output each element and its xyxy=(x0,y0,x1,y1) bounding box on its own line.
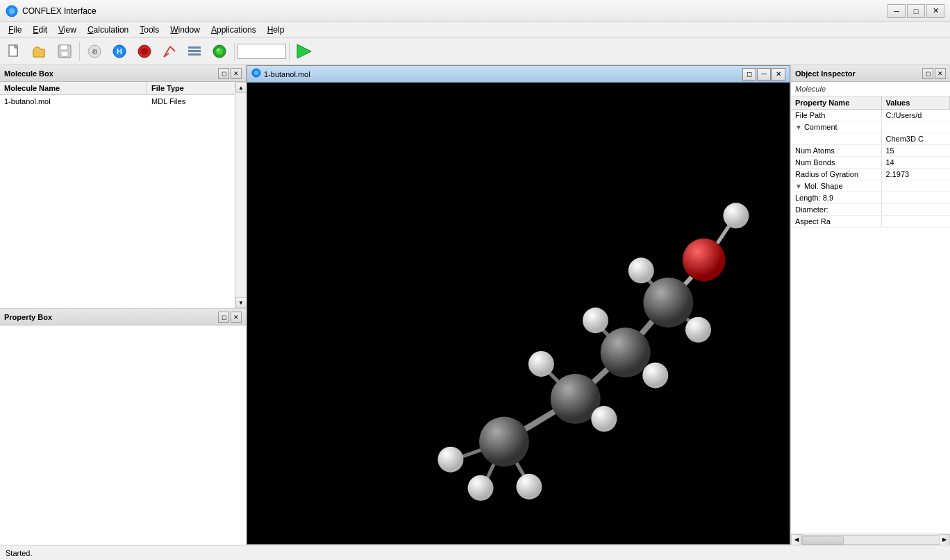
table-row[interactable]: Chem3D C xyxy=(791,133,950,145)
property-box-header: Property Box ◻ ✕ xyxy=(0,309,246,325)
table-row[interactable]: Aspect Ra xyxy=(791,216,950,228)
maximize-button[interactable]: □ xyxy=(907,4,925,18)
menu-help[interactable]: Help xyxy=(262,24,290,36)
svg-rect-20 xyxy=(188,53,201,56)
svg-point-22 xyxy=(216,48,223,55)
scroll-down-arrow[interactable]: ▼ xyxy=(235,297,246,308)
value-num-bonds: 14 xyxy=(881,157,950,169)
property-num-atoms: Num Atoms xyxy=(791,145,881,157)
expand-comment-icon[interactable]: ▼ xyxy=(795,124,802,131)
carbon-2 xyxy=(601,328,651,377)
build-button[interactable]: ⚙ xyxy=(83,40,106,62)
scroll-track[interactable] xyxy=(235,93,246,297)
menu-window[interactable]: Window xyxy=(165,24,206,36)
molecule-box-controls: ◻ ✕ xyxy=(218,68,242,79)
molecule-box-close[interactable]: ✕ xyxy=(231,68,242,79)
menu-calculation[interactable]: Calculation xyxy=(82,24,134,36)
col-file-type: File Type xyxy=(147,82,246,95)
atom-button[interactable] xyxy=(208,40,231,62)
save-button[interactable] xyxy=(53,40,76,62)
molecule-3d-view[interactable] xyxy=(247,83,790,544)
hydrogen-button[interactable]: H xyxy=(108,40,131,62)
property-radius-gyration: Radius of Gyration xyxy=(791,169,881,180)
table-row[interactable]: Num Bonds 14 xyxy=(791,157,950,169)
lines-button[interactable] xyxy=(183,40,206,62)
table-row[interactable]: Radius of Gyration 2.1973 xyxy=(791,169,950,180)
title-bar-title: CONFLEX Interface xyxy=(22,6,888,16)
table-row[interactable]: File Path C:/Users/d xyxy=(791,110,950,121)
value-num-atoms: 15 xyxy=(881,145,950,157)
hydrogen-c3b xyxy=(591,406,617,432)
property-box-close[interactable]: ✕ xyxy=(231,312,242,323)
obj-inspector-restore[interactable]: ◻ xyxy=(922,68,933,79)
molecule-box-content: Molecule Name File Type 1-butanol.mol MD… xyxy=(0,82,246,309)
object-inspector-header: Object Inspector ◻ ✕ xyxy=(791,65,950,82)
property-box-restore[interactable]: ◻ xyxy=(218,312,229,323)
molecule-name-cell: 1-butanol.mol xyxy=(0,95,147,108)
svg-text:H: H xyxy=(117,47,122,56)
hydrogen-c1b xyxy=(685,317,711,343)
svg-rect-19 xyxy=(188,50,201,52)
minimize-button[interactable]: ─ xyxy=(888,4,906,18)
run-button[interactable] xyxy=(292,40,316,62)
mdi-icon xyxy=(251,68,261,80)
pointer-button[interactable] xyxy=(158,40,181,62)
expand-mol-shape-icon[interactable]: ▼ xyxy=(795,183,802,190)
scroll-left-arrow[interactable]: ◀ xyxy=(791,534,802,545)
search-input[interactable] xyxy=(238,44,286,59)
table-row[interactable]: Num Atoms 15 xyxy=(791,145,950,157)
property-comment-value xyxy=(791,133,881,145)
obj-inspector-close[interactable]: ✕ xyxy=(935,68,946,79)
close-button[interactable]: ✕ xyxy=(926,4,944,18)
status-text: Started. xyxy=(6,549,33,557)
table-row[interactable]: Length: 8.9 xyxy=(791,192,950,204)
toolbar: ⚙ H xyxy=(0,37,950,65)
hydrogen-c2a xyxy=(583,307,608,333)
svg-line-16 xyxy=(170,46,175,51)
table-row[interactable]: Diameter: xyxy=(791,204,950,216)
mdi-minimize-btn[interactable]: ─ xyxy=(757,68,771,80)
value-length xyxy=(881,192,950,204)
title-bar: CONFLEX Interface ─ □ ✕ xyxy=(0,0,950,22)
scroll-right-arrow[interactable]: ▶ xyxy=(939,534,950,545)
menu-edit[interactable]: Edit xyxy=(27,24,53,36)
scroll-thumb-h[interactable] xyxy=(802,536,844,545)
table-row[interactable]: 1-butanol.mol MDL Files xyxy=(0,95,246,108)
separator-1 xyxy=(79,42,80,61)
table-row[interactable]: ▼Mol. Shape xyxy=(791,180,950,192)
mdi-restore-btn[interactable]: ◻ xyxy=(742,68,756,80)
table-row[interactable]: ▼Comment xyxy=(791,121,950,133)
separator-2 xyxy=(234,42,235,61)
carbon-4 xyxy=(479,417,529,467)
menu-view[interactable]: View xyxy=(53,24,82,36)
menu-bar: File Edit View Calculation Tools Window … xyxy=(0,22,950,37)
value-mol-shape xyxy=(881,180,950,192)
molecule-box-scrollbar[interactable]: ▲ ▼ xyxy=(235,82,246,308)
open-button[interactable] xyxy=(28,40,51,62)
molecule-box-restore[interactable]: ◻ xyxy=(218,68,229,79)
property-aspect-ratio: Aspect Ra xyxy=(791,216,881,228)
property-length: Length: 8.9 xyxy=(791,192,881,204)
stop-button[interactable] xyxy=(133,40,156,62)
menu-file[interactable]: File xyxy=(3,24,27,36)
mdi-title-text: 1-butanol.mol xyxy=(264,70,742,78)
property-box-title: Property Box xyxy=(4,313,52,321)
scroll-track-h[interactable] xyxy=(802,535,939,545)
molecule-section-label: Molecule xyxy=(791,82,950,96)
horizontal-scrollbar[interactable]: ◀ ▶ xyxy=(791,534,950,545)
hydrogen-c1a xyxy=(628,257,654,283)
mdi-title-bar: 1-butanol.mol ◻ ─ ✕ xyxy=(247,66,790,83)
molecule-box-panel: Molecule Box ◻ ✕ Molecule Name File Type xyxy=(0,65,246,309)
new-button[interactable] xyxy=(3,40,26,62)
col-values: Values xyxy=(881,96,950,110)
menu-tools[interactable]: Tools xyxy=(134,24,165,36)
object-inspector-title: Object Inspector xyxy=(795,69,856,78)
value-file-path: C:/Users/d xyxy=(881,110,950,121)
property-num-bonds: Num Bonds xyxy=(791,157,881,169)
mdi-close-btn[interactable]: ✕ xyxy=(772,68,785,80)
menu-applications[interactable]: Applications xyxy=(206,24,262,36)
scroll-up-arrow[interactable]: ▲ xyxy=(235,82,246,93)
object-inspector-content: Property Name Values File Path C:/Users/… xyxy=(791,96,950,534)
property-diameter: Diameter: xyxy=(791,204,881,216)
molecule-box-title: Molecule Box xyxy=(4,69,53,78)
